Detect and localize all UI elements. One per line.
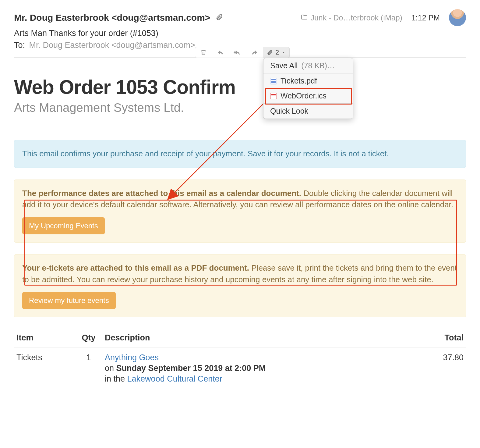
table-row: Tickets 1 Anything Goes on Sunday Septem…: [14, 347, 466, 385]
etickets-alert-bold: Your e-tickets are attached to this emai…: [22, 263, 249, 272]
attachment-filename: Tickets.pdf: [281, 76, 317, 85]
confirmation-alert: This email confirms your purchase and re…: [14, 140, 466, 168]
trash-icon: [200, 49, 207, 56]
subject: Arts Man Thanks for your order (#1053): [14, 29, 466, 38]
cell-description: Anything Goes on Sunday September 15 201…: [102, 347, 423, 385]
calendar-alert: The performance dates are attached to th…: [14, 180, 466, 243]
calendar-alert-bold: The performance dates are attached to th…: [22, 189, 301, 198]
attachment-indicator-icon: [216, 13, 223, 22]
pdf-file-icon: [270, 78, 277, 84]
save-all-label: Save All: [270, 61, 298, 70]
cell-qty: 1: [75, 347, 102, 385]
delete-button[interactable]: [195, 47, 212, 58]
attachment-filename: WebOrder.ics: [281, 91, 326, 100]
forward-button[interactable]: [246, 47, 263, 58]
in-label: in the: [105, 374, 127, 383]
ics-file-icon: [270, 93, 277, 99]
received-time: 1:12 PM: [411, 13, 440, 22]
col-qty: Qty: [75, 329, 102, 347]
attachment-item-weborder[interactable]: WebOrder.ics: [263, 88, 353, 103]
attachments-menu: Save All (78 KB)… Tickets.pdf WebOrder.i…: [263, 58, 353, 119]
chevron-down-icon: [281, 50, 286, 55]
reply-icon: [217, 49, 224, 56]
col-total: Total: [423, 329, 466, 347]
review-future-events-button[interactable]: Review my future events: [22, 292, 116, 309]
col-item: Item: [14, 329, 75, 347]
email-organization: Arts Management Systems Ltd.: [14, 101, 466, 115]
attachments-dropdown-button[interactable]: 2: [263, 47, 290, 58]
reply-all-button[interactable]: [229, 47, 246, 58]
to-address: Mr. Doug Easterbrook <doug@artsman.com>: [29, 41, 195, 50]
venue-link[interactable]: Lakewood Cultural Center: [127, 374, 222, 383]
attachment-item-tickets[interactable]: Tickets.pdf: [263, 73, 353, 88]
on-label: on: [105, 364, 116, 373]
etickets-alert: Your e-tickets are attached to this emai…: [14, 254, 466, 317]
quick-look-label: Quick Look: [270, 107, 308, 116]
confirmation-text: This email confirms your purchase and re…: [22, 149, 389, 158]
cell-total: 37.80: [423, 347, 466, 385]
message-toolbar: 2: [195, 47, 290, 58]
body-divider: [14, 127, 466, 127]
col-description: Description: [102, 329, 423, 347]
event-title-link[interactable]: Anything Goes: [105, 353, 159, 362]
mailbox-name: Junk - Do…terbrook (iMap): [310, 13, 402, 22]
save-all-menu-item[interactable]: Save All (78 KB)…: [263, 58, 353, 73]
reply-button[interactable]: [212, 47, 229, 58]
mailbox-folder-icon: [301, 13, 308, 22]
paperclip-icon: [267, 49, 273, 55]
from-address: Mr. Doug Easterbrook <doug@artsman.com>: [14, 12, 210, 23]
avatar: [449, 9, 466, 26]
save-all-size: (78 KB)…: [301, 61, 335, 70]
my-upcoming-events-button[interactable]: My Upcoming Events: [22, 217, 105, 234]
email-title: Web Order 1053 Confirm: [14, 76, 466, 98]
to-label: To:: [14, 41, 25, 50]
order-table: Item Qty Description Total Tickets 1 Any…: [14, 329, 466, 385]
cell-item: Tickets: [14, 347, 75, 385]
attachment-count: 2: [275, 48, 279, 56]
reply-all-icon: [234, 49, 242, 56]
forward-icon: [251, 49, 258, 56]
quick-look-menu-item[interactable]: Quick Look: [263, 103, 353, 119]
event-date: Sunday September 15 2019 at 2:00 PM: [116, 364, 266, 373]
